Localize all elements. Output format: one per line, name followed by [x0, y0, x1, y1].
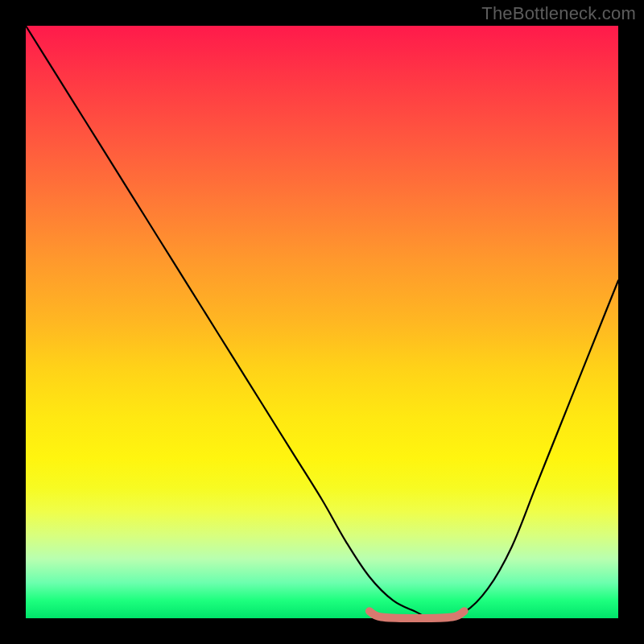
bottleneck-curve: [26, 26, 618, 619]
curve-layer: [26, 26, 618, 618]
plot-area: [26, 26, 618, 618]
chart-frame: TheBottleneck.com: [0, 0, 644, 644]
watermark-text: TheBottleneck.com: [481, 3, 636, 24]
